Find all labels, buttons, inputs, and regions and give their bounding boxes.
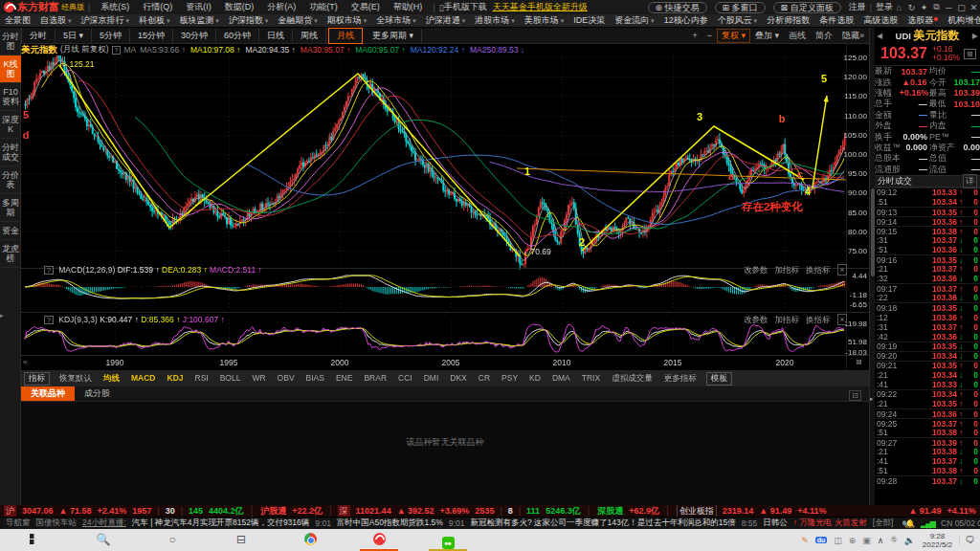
period-tab-日线[interactable]: 日线	[259, 29, 293, 43]
download-link[interactable]: 手机版下载	[444, 1, 487, 13]
indicator-tab-DKX[interactable]: DKX	[444, 373, 472, 385]
help-icon[interactable]: ?	[44, 266, 54, 275]
indicator-ctrl-换指标[interactable]: 换指标	[806, 315, 831, 324]
sidebar-item-分价表[interactable]: 分价表	[0, 166, 21, 194]
ticker-item[interactable]: 导航窗	[6, 518, 31, 529]
period-tab-更多周期[interactable]: 更多周期 ▾	[365, 29, 422, 43]
menu-帮助(H)[interactable]: 帮助(H)	[387, 1, 430, 13]
multi-window-button[interactable]: ⊞ 多窗口	[715, 2, 766, 13]
period-tab-月线[interactable]: 月线	[328, 28, 363, 44]
menu-行情(Q)[interactable]: 行情(Q)	[136, 1, 179, 13]
sidebar-item-K线图[interactable]: K线图	[0, 55, 21, 83]
login-link[interactable]: 登录	[876, 1, 893, 13]
indicator-tab-KDJ[interactable]: KDJ	[162, 373, 189, 385]
close-pane-icon[interactable]: ×	[837, 264, 848, 276]
indicator-tab-CR[interactable]: CR	[473, 373, 496, 385]
home-icon[interactable]: ⌂	[893, 3, 905, 12]
tray-icon[interactable]: ◫	[834, 536, 842, 545]
tray-icon[interactable]: ⊕	[849, 536, 857, 545]
indicator-tab-BOLL[interactable]: BOLL	[214, 373, 247, 385]
ticker-item[interactable]: 日韩公	[763, 518, 788, 529]
ticker-item[interactable]: 新冠检测有多火? 这家公司一季度赚了143亿！是过去十年利润总和的15倍	[470, 518, 735, 529]
promo-link[interactable]: 天天基金手机版全新升级	[493, 1, 588, 13]
indicator-tab-TRIX[interactable]: TRIX	[576, 373, 606, 385]
nav-item[interactable]: 科创板 ▾	[134, 14, 174, 27]
start-button[interactable]	[0, 529, 69, 551]
sidebar-splitter-handle[interactable]: ▸	[0, 312, 4, 320]
task-view-icon[interactable]: ⊟	[207, 529, 276, 551]
zoom-out-button[interactable]: −	[702, 31, 717, 40]
indicator-tab-KD[interactable]: KD	[523, 373, 546, 385]
menu-系统(S)[interactable]: 系统(S)	[94, 1, 136, 13]
eastmoney-app-icon[interactable]	[345, 529, 413, 551]
nav-item[interactable]: 全球市场 ▾	[371, 14, 420, 27]
register-link[interactable]: 注册	[849, 1, 866, 13]
related-tab-成分股[interactable]: 成分股	[75, 386, 120, 401]
period-tab-5日[interactable]: 5日 ▾	[56, 29, 92, 43]
sidebar-item-分时图[interactable]: 分时图	[0, 28, 21, 55]
ticker-item[interactable]: [全部]	[873, 518, 894, 529]
reset-indicators-button[interactable]: 恢复默认	[54, 373, 98, 385]
wechat-icon[interactable]: ⦁⦁	[413, 529, 482, 551]
indicator-ctrl-加指标[interactable]: 加指标	[775, 315, 800, 324]
nav-item[interactable]: 机构增仓	[943, 14, 980, 27]
indicator-tab-更多指标[interactable]: 更多指标	[658, 373, 702, 385]
axis-maximize-icon[interactable]: ⊠	[856, 358, 862, 366]
maximize-button[interactable]: ▢	[955, 3, 968, 12]
indicator-ctrl-改参数[interactable]: 改参数	[744, 315, 768, 324]
network-icon[interactable]: ⛗	[890, 535, 897, 545]
nav-item[interactable]: 美股市场 ▾	[520, 14, 568, 27]
intro-button[interactable]: 简介	[811, 30, 837, 42]
nav-item[interactable]: 期权市场 ▾	[323, 14, 371, 27]
add-to-watchlist-icon[interactable]: ⊞	[964, 49, 976, 59]
menu-功能(T)[interactable]: 功能(T)	[302, 1, 345, 13]
custom-panel-button[interactable]: ⊠ 自定义面板	[773, 2, 841, 13]
next-instrument-icon[interactable]: ▶	[972, 32, 978, 40]
panel-window-icon[interactable]: ⊡	[849, 390, 861, 401]
window-mode-icon[interactable]: ⧉	[930, 2, 943, 12]
menu-交易(E)[interactable]: 交易(E)	[345, 1, 387, 13]
sidebar-item-F10资料[interactable]: F10资料	[0, 83, 21, 111]
nav-item[interactable]: IDE决策	[568, 14, 610, 27]
indicator-tab-DMI[interactable]: DMI	[418, 373, 445, 385]
indicator-tab-RSI[interactable]: RSI	[189, 373, 214, 385]
ticker-item[interactable]: 24小时直播:	[82, 518, 126, 529]
nav-item[interactable]: 个股风云 ▾	[713, 14, 762, 27]
nav-item[interactable]: 分析师指数	[762, 14, 814, 27]
indicator-tab-虚拟成交量[interactable]: 虚拟成交量	[606, 373, 658, 385]
ticker-item[interactable]: 国债快车站	[36, 518, 78, 529]
nav-item[interactable]: 沪深港通 ▾	[421, 14, 470, 27]
indicator-ctrl-换指标[interactable]: 换指标	[806, 265, 831, 275]
period-tab-60分钟[interactable]: 60分钟	[216, 29, 259, 43]
indicator-ctrl-改参数[interactable]: 改参数	[744, 265, 768, 275]
menu-分析(A)[interactable]: 分析(A)	[260, 1, 302, 13]
cortana-icon[interactable]: ○	[138, 529, 207, 551]
chrome-icon[interactable]	[276, 529, 345, 551]
trades-detail-link[interactable]: 详	[963, 174, 977, 188]
period-tab-15分钟[interactable]: 15分钟	[130, 29, 173, 43]
template-button[interactable]: 模板	[706, 372, 732, 386]
period-tab-5分钟[interactable]: 5分钟	[92, 29, 130, 43]
nav-item[interactable]: 12核心内参	[659, 14, 713, 27]
nav-item[interactable]: 条件选股	[814, 14, 858, 27]
ticker-item[interactable]: 汽车 | 神龙汽车4月实现开票8152辆，交付9316辆	[132, 518, 309, 529]
indicator-tab-ENE[interactable]: ENE	[330, 373, 358, 385]
nav-item[interactable]: 港股市场 ▾	[470, 14, 519, 27]
nav-item[interactable]: 资金流向 ▾	[610, 14, 658, 27]
ticker-item[interactable]: 8:55	[742, 518, 758, 528]
draw-line-button[interactable]: 画线	[784, 30, 811, 42]
tray-note-icon[interactable]: ✎	[801, 536, 809, 545]
period-tab-分时[interactable]: 分时	[21, 29, 56, 43]
sidebar-item-分时成交[interactable]: 分时成交	[0, 139, 21, 166]
sidebar-item-多周期[interactable]: 多周期	[0, 194, 21, 222]
nav-item[interactable]: 沪深指数 ▾	[224, 14, 273, 27]
minimize-button[interactable]: ─	[943, 3, 955, 12]
close-pane-icon[interactable]: ×	[837, 314, 848, 325]
tray-icon[interactable]: ▣	[862, 536, 871, 545]
indicator-tab-CCI[interactable]: CCI	[392, 373, 418, 385]
indicator-tab-DMA[interactable]: DMA	[546, 373, 576, 385]
search-icon[interactable]: 🔍	[69, 529, 138, 551]
nav-item[interactable]: 板块监测 ▾	[174, 14, 223, 27]
tray-baidu-icon[interactable]: du	[815, 537, 828, 543]
zoom-in-button[interactable]: +	[687, 31, 702, 40]
